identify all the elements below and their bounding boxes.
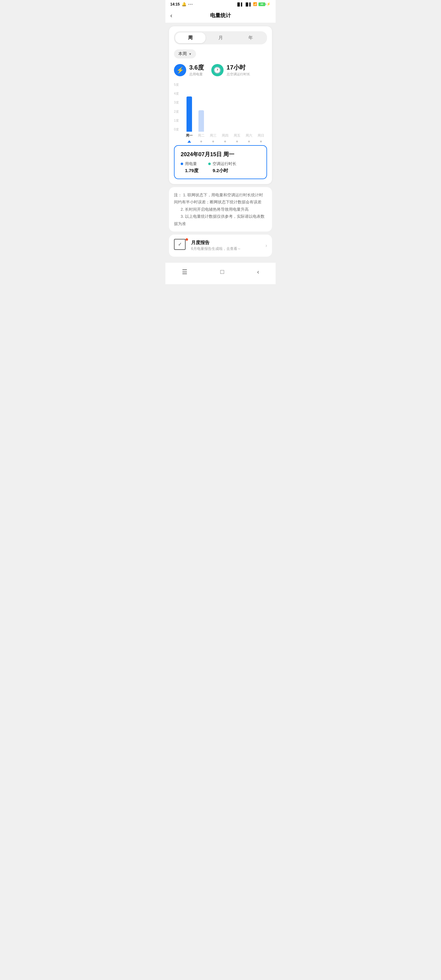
- y-label-1: 1度: [174, 119, 179, 123]
- report-title: 月度报告: [191, 240, 262, 246]
- selected-energy-label: 用电量: [181, 161, 199, 167]
- page-title: 电量统计: [210, 12, 231, 19]
- dot-wed: [212, 140, 214, 142]
- period-selector[interactable]: 本周 ▼: [174, 49, 196, 59]
- notes-card: 注： 1. 联网状态下，用电量和空调运行时长统计时间约有半小时误差；断网状态下统…: [169, 187, 272, 232]
- bar-tue: [199, 110, 204, 132]
- notes-item-1: 1. 联网状态下，用电量和空调运行时长统计时间约有半小时误差；断网状态下统计数据…: [174, 192, 263, 204]
- selected-runtime-label: 空调运行时长: [208, 161, 236, 167]
- report-text: 月度报告 6月电量报告生成啦，去查看～: [191, 240, 262, 251]
- notes-item-3: 3. 以上电量统计数据仅供参考，实际请以电表数据为准: [174, 214, 264, 226]
- blue-dot: [181, 162, 183, 165]
- bar-mon: [186, 97, 192, 132]
- bars-container: [183, 83, 267, 132]
- bar-col-fri[interactable]: [231, 83, 243, 132]
- dot-col-tue: [195, 140, 207, 143]
- dot-tue: [200, 140, 202, 142]
- energy-value: 3.6度: [189, 64, 204, 72]
- selected-energy-stat: 用电量 1.79度: [181, 161, 199, 173]
- bar-col-sun[interactable]: [255, 83, 267, 132]
- report-subtitle: 6月电量报告生成啦，去查看～: [191, 246, 262, 251]
- bar-col-wed[interactable]: [207, 83, 219, 132]
- selected-date-card: 2024年07月15日 周一 用电量 1.79度 空调运行时长 9.2小时: [174, 145, 267, 179]
- energy-text: 3.6度 总用电量: [189, 64, 204, 76]
- dot-mon: [188, 140, 191, 143]
- tab-month[interactable]: 月: [205, 32, 236, 43]
- selected-energy-value: 1.79度: [181, 168, 199, 173]
- report-notification-dot: [186, 238, 188, 241]
- teal-dot: [208, 162, 211, 165]
- energy-stat: ⚡ 3.6度 总用电量: [174, 64, 204, 76]
- signal-icon: ▐▌▌: [236, 2, 243, 6]
- selected-stats: 用电量 1.79度 空调运行时长 9.2小时: [181, 161, 260, 173]
- dot-thu: [224, 140, 226, 142]
- y-label-0: 0度: [174, 127, 179, 132]
- main-content: 周 月 年 本周 ▼ ⚡ 3.6度 总用电量 🕐 17小时 总空调运行时长: [166, 23, 275, 260]
- dot-sat: [248, 140, 250, 142]
- dot-col-wed: [207, 140, 219, 143]
- notification-icon: 🔔: [181, 2, 186, 6]
- notes-prefix: 注：: [174, 192, 182, 197]
- dot-sun: [260, 140, 262, 142]
- notes-item-2: 2. 长时间开启电辅热将导致用电量升高: [181, 207, 249, 212]
- home-icon[interactable]: □: [213, 266, 231, 278]
- report-icon-inner: ✓: [174, 239, 186, 250]
- selected-runtime-stat: 空调运行时长 9.2小时: [208, 161, 236, 173]
- x-label-sat: 周六: [243, 133, 255, 138]
- signal2-icon: ▐▌▌: [245, 2, 252, 6]
- header: ‹ 电量统计: [166, 8, 275, 23]
- x-label-fri: 周五: [231, 133, 243, 138]
- dot-col-sat: [243, 140, 255, 143]
- bar-col-sat[interactable]: [243, 83, 255, 132]
- dot-fri: [236, 140, 238, 142]
- status-right: ▐▌▌ ▐▌▌ 📶 49 ⚡: [236, 2, 271, 6]
- x-label-tue: 周二: [195, 133, 207, 138]
- y-label-2: 2度: [174, 110, 179, 114]
- charge-icon: ⚡: [266, 2, 271, 6]
- runtime-icon: 🕐: [211, 64, 224, 76]
- stats-row: ⚡ 3.6度 总用电量 🕐 17小时 总空调运行时长: [174, 64, 267, 76]
- timeline-dots: [183, 140, 267, 143]
- dot-col-sun: [255, 140, 267, 143]
- menu-icon[interactable]: ☰: [175, 266, 195, 278]
- more-icon: ···: [188, 2, 193, 6]
- wifi-icon: 📶: [253, 2, 257, 6]
- report-arrow-icon: ›: [266, 243, 267, 248]
- checkmark-icon: ✓: [178, 241, 182, 247]
- x-label-wed: 周三: [207, 133, 219, 138]
- dot-col-mon: [183, 140, 195, 143]
- period-label: 本周: [178, 51, 187, 57]
- dot-col-thu: [219, 140, 231, 143]
- period-arrow-icon: ▼: [189, 52, 192, 56]
- monthly-report-card[interactable]: ✓ 月度报告 6月电量报告生成啦，去查看～ ›: [169, 235, 272, 257]
- x-label-mon: 周一: [183, 133, 195, 138]
- y-label-5: 5度: [174, 83, 179, 87]
- report-icon: ✓: [174, 239, 188, 252]
- tab-year[interactable]: 年: [236, 32, 266, 43]
- selected-date-title: 2024年07月15日 周一: [181, 151, 260, 158]
- bar-col-mon[interactable]: [183, 83, 195, 132]
- period-tabs: 周 月 年: [174, 31, 267, 45]
- x-label-sun: 周日: [255, 133, 267, 138]
- runtime-stat: 🕐 17小时 总空调运行时长: [211, 64, 250, 76]
- chart-area: 5度 4度 3度 2度 1度 0度: [174, 83, 267, 138]
- battery-icon: 49: [258, 2, 265, 6]
- main-card: 周 月 年 本周 ▼ ⚡ 3.6度 总用电量 🕐 17小时 总空调运行时长: [169, 26, 272, 184]
- bottom-nav: ☰ □ ‹: [166, 263, 275, 284]
- runtime-value: 17小时: [227, 64, 250, 72]
- bar-col-thu[interactable]: [219, 83, 231, 132]
- back-nav-icon[interactable]: ‹: [250, 266, 266, 278]
- runtime-text: 17小时 总空调运行时长: [227, 64, 250, 76]
- bar-col-tue[interactable]: [195, 83, 207, 132]
- dot-col-fri: [231, 140, 243, 143]
- y-axis: 5度 4度 3度 2度 1度 0度: [174, 83, 179, 138]
- y-label-3: 3度: [174, 100, 179, 105]
- back-button[interactable]: ‹: [170, 12, 172, 19]
- energy-icon: ⚡: [174, 64, 186, 76]
- x-label-thu: 周四: [219, 133, 231, 138]
- runtime-label: 总空调运行时长: [227, 72, 250, 76]
- selected-runtime-value: 9.2小时: [208, 168, 236, 173]
- time-display: 14:15: [170, 2, 180, 6]
- x-axis: 周一 周二 周三 周四 周五 周六 周日: [183, 133, 267, 138]
- tab-week[interactable]: 周: [175, 32, 205, 43]
